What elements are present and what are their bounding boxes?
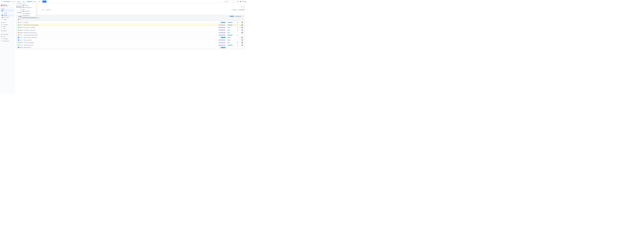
assignee-unassigned[interactable] [242,24,243,26]
sidebar-item-releases[interactable]: Releases [0,30,14,32]
epic-badge[interactable]: FY23 LAUNCH PLAN [218,32,226,33]
issue-row[interactable]: BREW-11Journey mapping workshop w/ Beanz… [17,34,244,36]
issue-row[interactable]: BREW-3Comp. analysis—Custom menusFY23 LA… [17,29,244,31]
status-badge[interactable]: TO DO [227,37,231,38]
issue-row[interactable]: BREW-5Social content: Week 1FY23 LAUNCH … [17,39,244,41]
insights-button[interactable]: Insights [232,9,237,11]
sidebar-item-timeline[interactable]: Timeline [1,12,14,14]
issue-key[interactable]: BREW-14 [20,42,23,43]
assignee-unassigned[interactable] [242,27,243,28]
dashboard-item[interactable]: Fairtrade Fam★ [22,10,36,12]
board-switcher[interactable]: Affogato Board [0,9,14,12]
issue-row[interactable]: BREW-20Review banner adsQUICK WINS [17,46,244,49]
status-badge[interactable]: DONE [227,42,230,43]
issue-row[interactable]: BREW-2Comp. analysis—Food deliveryFY23 L… [17,26,244,29]
sidebar-item-components[interactable]: Components [0,23,14,26]
crumb-projects[interactable]: Projects [16,4,19,5]
issue-key[interactable]: BREW-5 [20,40,23,40]
profile-avatar[interactable] [244,1,246,2]
nav-your-work[interactable]: Your work [11,0,17,3]
epic-badge[interactable]: QUICK WINS [221,47,226,48]
sprint-more-people-icon[interactable] [20,19,22,20]
help-icon[interactable]: ? [240,1,242,2]
dashboard-item[interactable]: Exclusive Sip Club★ [22,6,36,8]
create-button[interactable]: Create [42,1,46,2]
nav-apps[interactable]: Apps [38,0,42,3]
status-badge[interactable]: DONE [227,27,230,28]
sidebar-item-project-settings[interactable]: Project settings [0,40,14,42]
chevron-down-icon[interactable] [17,16,18,17]
sidebar-item-project-pages[interactable]: Project pages [0,33,14,35]
issue-row[interactable]: BREW-4Something's up with the load scree… [17,31,244,34]
sidebar-item-backlog[interactable]: Backlog [1,14,14,16]
jira-logo[interactable]: Jira Software [3,1,11,2]
status-badge[interactable]: IN PROGRESS [227,24,233,26]
assignee-unassigned[interactable] [242,44,243,46]
assignee-unassigned[interactable] [242,32,243,33]
epic-badge[interactable]: QUICK WINS [221,37,226,38]
status-badge[interactable]: DONE [227,32,230,33]
issue-key[interactable]: BREW-10 [20,45,23,46]
search-input[interactable] [225,1,236,2]
sidebar-item-code[interactable]: Code [0,27,14,30]
epic-badge[interactable]: FY23 LAUNCH PLAN [218,39,226,40]
issue-key[interactable]: BREW-1 [20,22,23,23]
issue-key[interactable]: BREW-12 [20,37,23,38]
issue-key[interactable]: BREW-17 [20,24,23,25]
issue-key[interactable]: BREW-2 [20,27,23,28]
issue-key[interactable]: BREW-3 [20,30,23,31]
project-header[interactable]: Espresso Software project [0,4,14,7]
nav-dashboards[interactable]: Dashboards [26,1,33,3]
epic-badge[interactable]: FY23 LAUNCH PLAN [218,45,226,46]
assignee-avatar[interactable] [242,34,242,36]
quick-filters[interactable]: Quick filters [46,9,52,10]
status-badge[interactable]: IN PROGRESS [227,22,233,23]
sidebar-item-add-shortcut[interactable]: Add shortcut [0,38,14,40]
complete-sprint-button[interactable]: Complete sprint [235,15,242,17]
type-filter[interactable]: Type [42,9,45,10]
assignee-unassigned[interactable] [242,29,243,31]
assignee-unassigned[interactable] [242,37,243,38]
create-dashboard[interactable]: Create dashboard [22,15,36,16]
epic-badge[interactable]: QUICK WINS [221,22,226,23]
epic-badge[interactable]: FY23 LAUNCH PLAN [218,34,226,36]
status-badge[interactable]: TO DO [227,40,231,41]
view-settings-button[interactable]: View settings [237,9,245,11]
nav-projects[interactable]: Projects [17,0,22,3]
sidebar-item-issues[interactable]: Issues [0,21,14,23]
epic-badge[interactable]: FY23 LAUNCH PLAN [218,27,226,28]
view-all-dashboards[interactable]: View all dashboards [22,13,36,15]
dashboard-item[interactable]: Coffee Hub★ [22,5,36,6]
issue-key[interactable]: BREW-20 [20,47,23,48]
issue-row[interactable]: BREW-10Explore personas: GeoffFY23 LAUNC… [17,44,244,46]
global-search[interactable] [224,1,237,2]
issue-row[interactable]: BREW-17Update project plan with key mile… [17,24,244,26]
epic-filter[interactable] [40,9,41,10]
assignee-unassigned[interactable] [242,42,243,43]
app-switcher-icon[interactable] [1,1,3,2]
sidebar-item-reports[interactable]: Reports [1,18,14,20]
epic-badge[interactable]: FY23 LAUNCH PLAN [218,29,226,31]
sprint-more-icon[interactable] [242,15,244,17]
issue-row[interactable]: BREW-12Taste test: Round 1 (vanilla extr… [17,36,244,39]
status-badge[interactable]: IN PROGRESS [227,45,233,46]
status-badge[interactable]: DONE [227,30,230,31]
sidebar-item-active-sprints[interactable]: Active sprints [1,16,14,18]
epic-badge[interactable]: FY23 LAUNCH PLAN [218,24,226,26]
star-icon[interactable]: ★ [34,7,35,8]
sprint-owner-avatar[interactable] [18,19,19,20]
more-actions-icon[interactable] [243,6,245,8]
notifications-icon[interactable] [237,1,239,2]
epic-badge[interactable]: FY23 LAUNCH PLAN [218,42,226,43]
share-icon[interactable] [241,6,242,8]
issue-row[interactable]: BREW-1Content auditQUICK WINSIN PROGRESS… [17,21,244,24]
sidebar-item-goals[interactable]: Goals [0,35,14,38]
issue-key[interactable]: BREW-11 [20,34,23,35]
status-badge[interactable]: IN PROGRESS [227,34,233,36]
star-icon[interactable]: ★ [34,5,35,6]
assignee-unassigned[interactable] [242,39,243,41]
issue-row[interactable]: BREW-14FY23 Vision: StoryboardingFY23 LA… [17,41,244,44]
star-icon[interactable]: ★ [34,11,35,12]
settings-icon[interactable] [242,1,244,2]
assignee-unassigned[interactable] [242,22,243,23]
